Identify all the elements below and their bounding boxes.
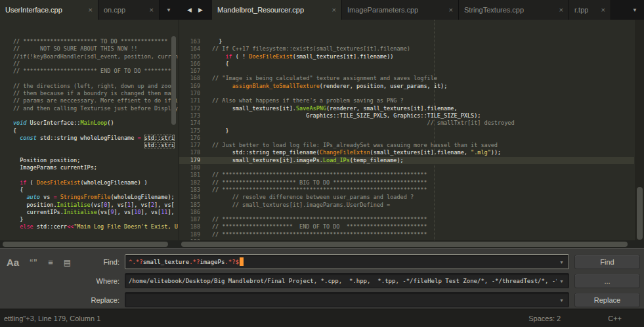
code-line[interactable]: 185 // small_textures[it].imageParams.Us… bbox=[179, 202, 634, 209]
code-line[interactable]: auto vs = StringsFromFile(wholeLogFilena… bbox=[0, 194, 179, 201]
code-line[interactable]: 175 } bbox=[179, 127, 634, 135]
code-line[interactable]: //if(!keyBoardHandler(sdl_event, positio… bbox=[0, 53, 179, 60]
code-line[interactable]: // params are neccessary. More effient t… bbox=[0, 97, 179, 104]
case-sensitive-toggle[interactable]: Aa bbox=[7, 257, 19, 268]
line-number: 189 bbox=[179, 231, 212, 238]
code-line[interactable]: 169 assignBlank_toSmallTexture(renderer,… bbox=[179, 83, 634, 90]
code-line[interactable]: 177// Just better to load log file: IPs_… bbox=[179, 142, 634, 149]
line-number: 164 bbox=[179, 45, 212, 53]
code-line[interactable] bbox=[0, 112, 179, 120]
tab-scroll-right-icon[interactable]: ▶ bbox=[198, 7, 203, 13]
find-button[interactable]: Find bbox=[574, 255, 640, 269]
code-line-text: } bbox=[13, 216, 23, 223]
whole-word-toggle[interactable]: “” bbox=[30, 257, 37, 268]
tab-scroll-left-icon[interactable]: ◀ bbox=[187, 7, 192, 13]
code-line[interactable]: 186 bbox=[179, 209, 634, 216]
tab-on-cpp[interactable]: on.cpp × bbox=[98, 0, 160, 20]
code-line-text: // ********************** BIG TO DO ****… bbox=[212, 179, 427, 186]
code-line[interactable]: ImageParams currentIPs; bbox=[0, 164, 179, 171]
scrollbar-thumb[interactable] bbox=[171, 36, 176, 125]
show-context-toggle[interactable]: ≡ bbox=[48, 257, 53, 267]
indentation-status[interactable]: Spaces: 2 bbox=[528, 315, 561, 322]
scrollbar-thumb[interactable] bbox=[3, 242, 168, 247]
left-tab-overflow-icon[interactable]: ▼ bbox=[160, 0, 178, 20]
replace-button[interactable]: Replace bbox=[574, 293, 640, 307]
close-icon[interactable]: × bbox=[449, 6, 453, 14]
code-line[interactable]: // NOT SO SURE ABOUT THIS NOW !! bbox=[0, 45, 179, 53]
code-line[interactable]: 164// If C++17 filesystem::exists(small_… bbox=[179, 45, 634, 53]
where-input[interactable] bbox=[125, 278, 569, 284]
code-line[interactable]: // and then calling Texturise just befor… bbox=[0, 105, 179, 112]
code-line[interactable]: void UserInterface::MainLoop() bbox=[0, 120, 179, 127]
code-line[interactable]: 181// **********************************… bbox=[179, 171, 634, 179]
code-line[interactable]: 188// ********************* END OF TO DO… bbox=[179, 223, 634, 230]
code-line[interactable]: 173 Graphics::TILE_SIZE_PXLS, Graphics::… bbox=[179, 112, 634, 120]
code-line[interactable]: } bbox=[0, 216, 179, 223]
code-token: ^.*? bbox=[129, 259, 143, 265]
find-history-dropdown-icon[interactable]: ▼ bbox=[559, 259, 564, 264]
line-number: 184 bbox=[179, 194, 212, 201]
close-icon[interactable]: × bbox=[601, 6, 605, 14]
code-line[interactable]: const std::string wholeLogFilename = std… bbox=[0, 135, 179, 142]
code-line[interactable] bbox=[0, 75, 179, 82]
right-editor-pane[interactable]: 163 }164// If C++17 filesystem::exists(s… bbox=[179, 20, 634, 248]
tab-imageparameters-cpp[interactable]: ImageParameters.cpp × bbox=[342, 0, 459, 20]
code-line[interactable]: 167 bbox=[179, 68, 634, 75]
close-icon[interactable]: × bbox=[150, 6, 154, 14]
code-line[interactable]: // ********************** TO DO ********… bbox=[0, 38, 179, 45]
code-line[interactable]: 166 { bbox=[179, 60, 634, 68]
code-line[interactable]: // them because if a boundry is changed … bbox=[0, 90, 179, 97]
tab-userinterface-cpp[interactable]: UserInterface.cpp × bbox=[0, 0, 98, 20]
code-line[interactable]: 182// ********************** BIG TO DO *… bbox=[179, 179, 634, 186]
code-line[interactable]: 171// Also what happens if there's a pro… bbox=[179, 97, 634, 104]
tab-r-tpp[interactable]: r.tpp × bbox=[569, 0, 611, 20]
code-line-text: //if(!keyBoardHandler(sdl_event, positio… bbox=[13, 53, 178, 60]
code-line[interactable]: 176 bbox=[179, 135, 634, 142]
code-line[interactable] bbox=[0, 171, 179, 179]
close-icon[interactable]: × bbox=[332, 6, 336, 14]
code-line[interactable]: position.Initialise(vs[0], vs[1], vs[2],… bbox=[0, 202, 179, 209]
where-browse-button[interactable]: ... bbox=[574, 274, 640, 288]
code-line[interactable] bbox=[0, 149, 179, 156]
code-line[interactable]: else std::cerr<<"Main Log File Doesn't E… bbox=[0, 223, 179, 230]
code-line[interactable]: 163 } bbox=[179, 38, 634, 45]
code-line[interactable]: currentIPs.Initialise(vs[9], vs[10], vs[… bbox=[0, 209, 179, 216]
code-line[interactable]: 170 bbox=[179, 90, 634, 97]
right-tab-overflow-icon[interactable]: ▼ bbox=[626, 0, 644, 20]
close-icon[interactable]: × bbox=[89, 6, 93, 14]
code-line[interactable]: 184 // resolve difference between user_p… bbox=[179, 194, 634, 201]
close-icon[interactable]: × bbox=[559, 6, 563, 14]
code-token: << bbox=[67, 223, 74, 230]
code-line[interactable]: // the directions (left, right, down up … bbox=[0, 83, 179, 90]
code-line[interactable]: 174 // smallTxtr[it] destroyed bbox=[179, 120, 634, 127]
code-line[interactable]: // ********************** END OF TO DO *… bbox=[0, 68, 179, 75]
left-editor-pane[interactable]: // ********************** TO DO ********… bbox=[0, 20, 179, 248]
code-line[interactable]: 180 bbox=[179, 164, 634, 171]
tab-stringtextures-cpp[interactable]: StringTextures.cpp × bbox=[459, 0, 569, 20]
replace-input[interactable] bbox=[125, 297, 569, 303]
tab-mandelbrot-resourcer-cpp[interactable]: Mandelbrot_Resourcer.cpp × bbox=[212, 0, 342, 20]
code-line[interactable]: if ( DoesFileExist(wholeLogFilename) ) bbox=[0, 179, 179, 186]
scrollbar-thumb[interactable] bbox=[637, 187, 643, 240]
code-line[interactable]: 189// **********************************… bbox=[179, 231, 634, 238]
code-line[interactable]: 165 if ( ! DoesFileExist(small_textures[… bbox=[179, 53, 634, 60]
code-line[interactable]: 183// **********************************… bbox=[179, 186, 634, 194]
where-history-dropdown-icon[interactable]: ▼ bbox=[559, 278, 564, 283]
line-number: 171 bbox=[179, 97, 212, 104]
code-line[interactable]: 179 small_textures[it].imagePs.Load_IPs(… bbox=[179, 157, 634, 164]
code-line[interactable]: 187// **********************************… bbox=[179, 216, 634, 223]
code-line[interactable]: Position position; bbox=[0, 157, 179, 164]
code-line[interactable]: 178 std::string temp_filename(ChangeFile… bbox=[179, 149, 634, 156]
code-line[interactable]: std::stri bbox=[0, 142, 179, 149]
syntax-status[interactable]: C++ bbox=[608, 315, 622, 322]
code-line[interactable]: 172 small_textures[it].SaveAsPNG(rendere… bbox=[179, 105, 634, 112]
code-line[interactable]: { bbox=[0, 186, 179, 194]
code-line[interactable]: // bbox=[0, 60, 179, 68]
code-line-text: } bbox=[212, 127, 229, 135]
use-buffer-toggle[interactable]: ▤ bbox=[64, 258, 71, 267]
replace-history-dropdown-icon[interactable]: ▼ bbox=[559, 297, 564, 302]
find-input[interactable]: ^.*?small_texture.*?imagePs.*?$ ▼ bbox=[125, 254, 569, 269]
code-line[interactable]: 168// "Image is being calculated" textur… bbox=[179, 75, 634, 82]
code-line[interactable]: { bbox=[0, 127, 179, 135]
scrollbar-thumb[interactable] bbox=[181, 242, 628, 247]
